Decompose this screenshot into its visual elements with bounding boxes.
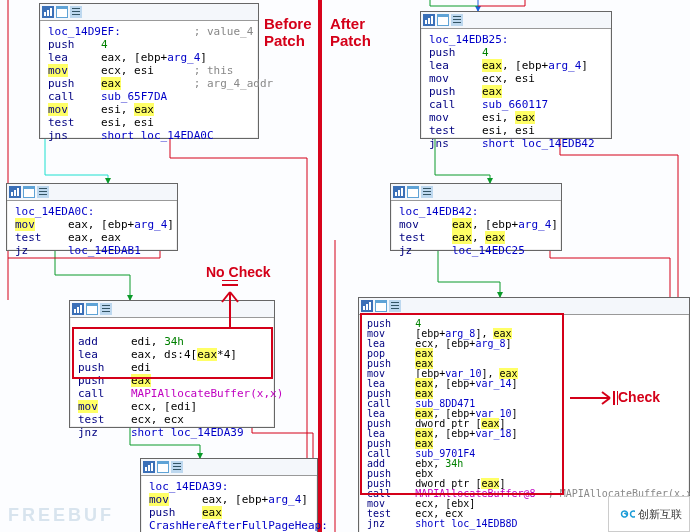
svg-rect-11 bbox=[11, 192, 13, 196]
code-block: add edi, 34h lea eax, ds:4[eax*4] push e… bbox=[70, 318, 274, 445]
code-block: loc_14EDB42: mov eax, [ebp+arg_4] test e… bbox=[391, 201, 561, 263]
svg-rect-2 bbox=[47, 10, 49, 16]
svg-rect-43 bbox=[431, 16, 433, 24]
svg-rect-5 bbox=[57, 9, 67, 17]
node-titlebar bbox=[70, 301, 274, 318]
svg-rect-42 bbox=[428, 18, 430, 24]
doc-icon bbox=[100, 303, 112, 315]
doc-icon bbox=[70, 6, 82, 18]
infinity-icon bbox=[617, 505, 635, 523]
window-icon bbox=[56, 6, 68, 18]
after-patch-label: AfterPatch bbox=[330, 16, 371, 49]
node-titlebar bbox=[40, 4, 258, 21]
chart-icon bbox=[143, 461, 155, 473]
svg-rect-15 bbox=[24, 189, 34, 197]
svg-rect-55 bbox=[408, 189, 418, 197]
svg-rect-57 bbox=[423, 188, 431, 189]
cfg-node-14EDA39: loc_14EDA39: mov eax, [ebp+arg_4] push e… bbox=[140, 458, 318, 532]
window-icon bbox=[437, 14, 449, 26]
svg-rect-23 bbox=[80, 305, 82, 313]
svg-rect-35 bbox=[158, 464, 168, 472]
svg-rect-7 bbox=[72, 8, 80, 9]
svg-rect-31 bbox=[145, 467, 147, 471]
chart-icon bbox=[42, 6, 54, 18]
svg-rect-21 bbox=[74, 309, 76, 313]
window-icon bbox=[157, 461, 169, 473]
svg-rect-22 bbox=[77, 307, 79, 313]
doc-icon bbox=[37, 186, 49, 198]
vertical-divider bbox=[318, 0, 322, 532]
svg-rect-8 bbox=[72, 11, 80, 12]
cfg-node-alloc-before: add edi, 34h lea eax, ds:4[eax*4] push e… bbox=[69, 300, 275, 428]
code-block: loc_14D9EF: ; value_4 push 4 lea eax, [e… bbox=[40, 21, 258, 148]
svg-rect-3 bbox=[50, 8, 52, 16]
watermark: FREEBUF bbox=[8, 505, 114, 526]
code-block: loc_14EDB25: push 4 lea eax, [ebp+arg_4]… bbox=[421, 29, 611, 156]
before-patch-label: BeforePatch bbox=[264, 16, 312, 49]
doc-icon bbox=[451, 14, 463, 26]
cfg-node-14EDB42: loc_14EDB42: mov eax, [ebp+arg_4] test e… bbox=[390, 183, 562, 251]
svg-rect-33 bbox=[151, 463, 153, 471]
svg-rect-17 bbox=[39, 188, 47, 189]
svg-rect-13 bbox=[17, 188, 19, 196]
window-icon bbox=[23, 186, 35, 198]
svg-rect-67 bbox=[391, 302, 399, 303]
node-titlebar bbox=[421, 12, 611, 29]
svg-rect-58 bbox=[423, 191, 431, 192]
svg-rect-69 bbox=[391, 308, 399, 309]
svg-rect-41 bbox=[425, 20, 427, 24]
chart-icon bbox=[9, 186, 21, 198]
code-block: loc_14EDA0C: mov eax, [ebp+arg_4] test e… bbox=[7, 201, 177, 263]
svg-rect-63 bbox=[369, 302, 371, 310]
window-icon bbox=[407, 186, 419, 198]
svg-rect-29 bbox=[102, 311, 110, 312]
cfg-node-14EDB25: loc_14EDB25: push 4 lea eax, [ebp+arg_4]… bbox=[420, 11, 612, 139]
svg-rect-25 bbox=[87, 306, 97, 314]
node-titlebar bbox=[391, 184, 561, 201]
chart-icon bbox=[72, 303, 84, 315]
svg-rect-39 bbox=[173, 469, 181, 470]
window-icon bbox=[86, 303, 98, 315]
logo-text: 创新互联 bbox=[638, 507, 682, 522]
corner-logo: 创新互联 bbox=[608, 496, 690, 532]
svg-rect-45 bbox=[438, 17, 448, 25]
doc-icon bbox=[421, 186, 433, 198]
cfg-node-14D9EF: loc_14D9EF: ; value_4 push 4 lea eax, [e… bbox=[39, 3, 259, 139]
svg-rect-59 bbox=[423, 194, 431, 195]
doc-icon bbox=[389, 300, 401, 312]
code-block: loc_14EDA39: mov eax, [ebp+arg_4] push e… bbox=[141, 476, 317, 532]
node-titlebar bbox=[359, 298, 689, 315]
svg-rect-51 bbox=[395, 192, 397, 196]
svg-rect-68 bbox=[391, 305, 399, 306]
no-check-label: No Check bbox=[206, 264, 271, 280]
svg-rect-1 bbox=[44, 12, 46, 16]
chart-icon bbox=[393, 186, 405, 198]
svg-rect-65 bbox=[376, 303, 386, 311]
cfg-node-14EDA0C: loc_14EDA0C: mov eax, [ebp+arg_4] test e… bbox=[6, 183, 178, 251]
svg-rect-47 bbox=[453, 16, 461, 17]
window-icon bbox=[375, 300, 387, 312]
svg-rect-52 bbox=[398, 190, 400, 196]
svg-rect-62 bbox=[366, 304, 368, 310]
svg-rect-37 bbox=[173, 463, 181, 464]
diagram-stage: BeforePatch AfterPatch loc_14D bbox=[0, 0, 690, 532]
chart-icon bbox=[423, 14, 435, 26]
svg-rect-49 bbox=[453, 22, 461, 23]
svg-rect-27 bbox=[102, 305, 110, 306]
svg-rect-32 bbox=[148, 465, 150, 471]
doc-icon bbox=[171, 461, 183, 473]
svg-rect-48 bbox=[453, 19, 461, 20]
svg-rect-18 bbox=[39, 191, 47, 192]
svg-rect-28 bbox=[102, 308, 110, 309]
svg-rect-9 bbox=[72, 14, 80, 15]
svg-rect-38 bbox=[173, 466, 181, 467]
svg-rect-19 bbox=[39, 194, 47, 195]
chart-icon bbox=[361, 300, 373, 312]
svg-rect-12 bbox=[14, 190, 16, 196]
check-label: Check bbox=[618, 389, 660, 405]
svg-rect-53 bbox=[401, 188, 403, 196]
node-titlebar bbox=[7, 184, 177, 201]
svg-rect-61 bbox=[363, 306, 365, 310]
node-titlebar bbox=[141, 459, 317, 476]
